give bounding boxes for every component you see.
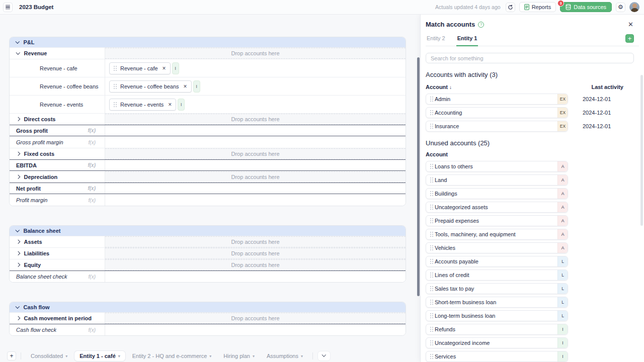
drag-handle-icon[interactable] bbox=[114, 66, 115, 67]
row-value-cell[interactable]: Drop accounts here bbox=[105, 48, 406, 59]
sheet-tab-entity-2-hq-and-e-commerce[interactable]: Entity 2 - HQ and e-commerce▾ bbox=[127, 351, 217, 361]
section-header[interactable]: Balance sheet bbox=[10, 226, 406, 236]
row-label-cell[interactable]: Revenue - coffee beans bbox=[10, 77, 105, 95]
drag-handle-icon[interactable] bbox=[430, 164, 431, 165]
row-value-cell[interactable]: Revenue - cafe×I bbox=[105, 59, 406, 77]
row-value-cell[interactable]: Drop accounts here bbox=[105, 114, 406, 125]
row-label-cell[interactable]: Revenue - cafe bbox=[10, 59, 105, 77]
drag-handle-icon[interactable] bbox=[430, 259, 431, 260]
section-header[interactable]: P&L bbox=[10, 37, 406, 47]
account-card[interactable]: ServicesI bbox=[426, 351, 568, 362]
row-value-cell[interactable]: Drop accounts here bbox=[105, 148, 406, 159]
row-value-cell[interactable]: Drop accounts here bbox=[105, 313, 406, 324]
user-avatar[interactable] bbox=[629, 2, 639, 12]
drag-handle-icon[interactable] bbox=[430, 354, 431, 355]
hamburger-menu-icon[interactable] bbox=[3, 3, 13, 12]
row-label-cell[interactable]: Direct costs bbox=[10, 114, 105, 125]
section-header[interactable]: Cash flow bbox=[10, 302, 406, 312]
row-value-cell[interactable] bbox=[105, 125, 406, 136]
sheet-tab-hiring-plan[interactable]: Hiring plan▾ bbox=[218, 351, 260, 361]
vertical-scrollbar[interactable] bbox=[417, 57, 420, 296]
account-card[interactable]: Prepaid expensesA bbox=[426, 215, 568, 226]
reports-button[interactable]: Reports bbox=[519, 2, 556, 12]
chevron-right-icon[interactable] bbox=[16, 316, 20, 320]
drop-accounts-zone[interactable]: Drop accounts here bbox=[105, 313, 406, 324]
row-label-cell[interactable]: Cash flow checkf(x) bbox=[10, 324, 105, 335]
add-entity-button[interactable]: + bbox=[625, 34, 634, 43]
account-card[interactable]: Uncategorized assetsA bbox=[426, 202, 568, 213]
sort-descending-icon[interactable]: ↓ bbox=[449, 84, 452, 90]
account-card[interactable]: RefundsI bbox=[426, 324, 568, 335]
row-label-cell[interactable]: Liabilities bbox=[10, 248, 105, 259]
row-label-cell[interactable]: Depreciation bbox=[10, 171, 105, 183]
chevron-right-icon[interactable] bbox=[16, 117, 20, 121]
chevron-down-icon[interactable] bbox=[16, 51, 20, 55]
row-value-cell[interactable]: Revenue - events×I bbox=[105, 96, 406, 113]
drop-accounts-zone[interactable]: Drop accounts here bbox=[105, 259, 406, 270]
row-label-cell[interactable]: Assets bbox=[10, 236, 105, 247]
account-card[interactable]: AdminEX bbox=[426, 94, 568, 105]
gear-icon[interactable]: ⚙ bbox=[616, 3, 625, 12]
account-card[interactable]: Lines of creditL bbox=[426, 269, 568, 281]
drag-handle-icon[interactable] bbox=[430, 300, 431, 301]
row-value-cell[interactable] bbox=[105, 271, 406, 282]
entity-tab-entity-1[interactable]: Entity 1 bbox=[456, 35, 478, 46]
sheet-tab-consolidated[interactable]: Consolidated▾ bbox=[26, 351, 72, 361]
account-chip[interactable]: Revenue - events× bbox=[109, 99, 176, 111]
drop-accounts-zone[interactable]: Drop accounts here bbox=[105, 48, 406, 59]
drag-handle-icon[interactable] bbox=[430, 191, 431, 192]
search-input[interactable] bbox=[426, 53, 634, 63]
row-label-cell[interactable]: Balance sheet checkf(x) bbox=[10, 271, 105, 282]
drag-handle-icon[interactable] bbox=[430, 218, 431, 219]
row-label-cell[interactable]: Net profitf(x) bbox=[10, 183, 105, 194]
chevron-right-icon[interactable] bbox=[16, 251, 20, 255]
row-label-cell[interactable]: EBITDAf(x) bbox=[10, 160, 105, 170]
row-label-cell[interactable]: Gross profit marginf(x) bbox=[10, 137, 105, 148]
account-chip[interactable]: Revenue - cafe× bbox=[109, 62, 171, 74]
help-icon[interactable]: ? bbox=[478, 22, 484, 28]
entity-tab-entity-2[interactable]: Entity 2 bbox=[426, 35, 446, 46]
account-card[interactable]: InsuranceEX bbox=[426, 121, 568, 132]
row-label-cell[interactable]: Gross profitf(x) bbox=[10, 125, 105, 136]
drop-accounts-zone[interactable]: Drop accounts here bbox=[105, 236, 406, 247]
row-value-cell[interactable]: Drop accounts here bbox=[105, 171, 406, 183]
row-label-cell[interactable]: Fixed costs bbox=[10, 148, 105, 159]
account-card[interactable]: Loans to othersA bbox=[426, 161, 568, 172]
row-label-cell[interactable]: Revenue - events bbox=[10, 96, 105, 113]
chevron-right-icon[interactable] bbox=[16, 263, 20, 267]
remove-chip-icon[interactable]: × bbox=[163, 65, 166, 71]
row-label-cell[interactable]: Revenue bbox=[10, 48, 105, 59]
chevron-right-icon[interactable] bbox=[16, 240, 20, 244]
drag-handle-icon[interactable] bbox=[430, 232, 431, 233]
drag-handle-icon[interactable] bbox=[114, 84, 115, 85]
account-card[interactable]: Tools, machinery, and equipmentA bbox=[426, 229, 568, 240]
account-chip[interactable]: Revenue - coffee beans× bbox=[109, 80, 192, 93]
account-card[interactable]: LandA bbox=[426, 174, 568, 186]
chevron-right-icon[interactable] bbox=[16, 152, 20, 156]
row-value-cell[interactable] bbox=[105, 160, 406, 170]
account-card[interactable]: VehiclesA bbox=[426, 242, 568, 253]
refresh-icon[interactable] bbox=[506, 3, 515, 12]
account-column-header[interactable]: Account bbox=[426, 84, 448, 90]
drop-accounts-zone[interactable]: Drop accounts here bbox=[105, 148, 406, 159]
close-icon[interactable]: ✕ bbox=[628, 21, 633, 28]
tabs-chevron-down-icon[interactable] bbox=[317, 351, 331, 361]
drag-handle-icon[interactable] bbox=[430, 327, 431, 328]
drag-handle-icon[interactable] bbox=[430, 205, 431, 206]
drop-accounts-zone[interactable]: Drop accounts here bbox=[105, 114, 406, 125]
row-value-cell[interactable] bbox=[105, 195, 406, 206]
drag-handle-icon[interactable] bbox=[430, 313, 431, 314]
drag-handle-icon[interactable] bbox=[430, 177, 431, 178]
drag-handle-icon[interactable] bbox=[430, 97, 431, 98]
row-value-cell[interactable]: Drop accounts here bbox=[105, 259, 406, 270]
row-value-cell[interactable] bbox=[105, 324, 406, 335]
row-value-cell[interactable] bbox=[105, 183, 406, 194]
chevron-right-icon[interactable] bbox=[16, 175, 20, 179]
drag-handle-icon[interactable] bbox=[430, 273, 431, 274]
sheet-tab-assumptions[interactable]: Assumptions▾ bbox=[262, 351, 308, 361]
row-value-cell[interactable]: Drop accounts here bbox=[105, 248, 406, 259]
drag-handle-icon[interactable] bbox=[430, 245, 431, 246]
drag-handle-icon[interactable] bbox=[430, 286, 431, 287]
account-card[interactable]: Long-term business loanL bbox=[426, 310, 568, 321]
row-value-cell[interactable]: Drop accounts here bbox=[105, 236, 406, 247]
